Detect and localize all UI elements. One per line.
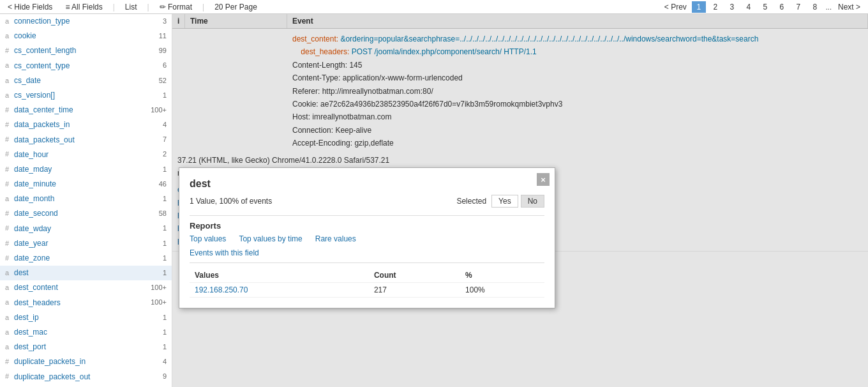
field-type-icon: # <box>5 208 11 220</box>
sidebar-item-cs_content_type[interactable]: a cs_content_type 6 <box>0 59 172 73</box>
field-type-icon: a <box>5 60 11 72</box>
sidebar-item-dest_ip[interactable]: a dest_ip 1 <box>0 310 172 325</box>
field-name: date_second <box>14 208 156 220</box>
sidebar-item-dest_port[interactable]: a dest_port 1 <box>0 340 172 354</box>
sidebar-item-dest_mac[interactable]: a dest_mac 1 <box>0 325 172 340</box>
page-1-button[interactable]: 1 <box>692 1 706 13</box>
modal-no-button[interactable]: No <box>521 195 544 208</box>
main-content: i Time Event dest_content: &ordering=pop… <box>172 14 868 387</box>
field-count: 4 <box>163 356 167 368</box>
sidebar-item-date_year[interactable]: # date_year 1 <box>0 236 172 251</box>
field-type-icon: # <box>5 238 11 250</box>
sidebar-item-dest[interactable]: a dest 1 <box>0 266 172 280</box>
page-3-button[interactable]: 3 <box>725 1 739 13</box>
field-count: 4 <box>163 119 167 131</box>
sidebar-item-duplicate_packets_in[interactable]: # duplicate_packets_in 4 <box>0 354 172 369</box>
toolbar-separator-3: | <box>202 3 204 11</box>
sidebar-item-duplicate_packets_out[interactable]: # duplicate_packets_out 9 <box>0 370 172 384</box>
sidebar-item-cookie[interactable]: a cookie 11 <box>0 29 172 43</box>
sidebar-item-cs_version[interactable]: a cs_version[] 1 <box>0 88 172 103</box>
field-name: cs_version[] <box>14 89 160 102</box>
field-count: 100+ <box>151 297 167 308</box>
field-name: connection_type <box>14 15 160 27</box>
field-name: duplicate_packets_out <box>14 371 160 383</box>
field-name: duplicate_packets_in <box>14 356 160 368</box>
field-count: 1 <box>163 164 167 176</box>
field-type-icon: # <box>5 371 11 383</box>
col-header-percent: % <box>460 268 544 283</box>
sidebar-item-date_zone[interactable]: # date_zone 1 <box>0 251 172 266</box>
prev-button[interactable]: < Prev <box>662 3 689 11</box>
sidebar-item-dest_headers[interactable]: a dest_headers 100+ <box>0 296 172 310</box>
toolbar-separator-2: | <box>147 3 149 11</box>
sidebar-item-connection_type[interactable]: a connection_type 3 <box>0 14 172 29</box>
field-name: cs_date <box>14 75 156 87</box>
modal-yes-button[interactable]: Yes <box>491 195 518 208</box>
field-name: dest_mac <box>14 326 160 338</box>
sidebar-item-date_month[interactable]: a date_month 1 <box>0 192 172 206</box>
page-4-button[interactable]: 4 <box>742 1 756 13</box>
per-page-button[interactable]: 20 Per Page <box>212 3 260 11</box>
field-count: 7 <box>163 134 167 146</box>
sidebar-item-data_packets_out[interactable]: # data_packets_out 7 <box>0 133 172 148</box>
field-type-icon: # <box>5 119 11 131</box>
format-button[interactable]: ✏ Format <box>157 3 195 11</box>
field-count: 1 <box>163 194 167 205</box>
col-header-count: Count <box>369 268 460 283</box>
sidebar-item-date_second[interactable]: # date_second 58 <box>0 206 172 221</box>
field-type-icon: a <box>5 31 11 42</box>
field-count: 100+ <box>151 282 167 294</box>
field-type-icon: a <box>5 282 11 294</box>
field-name: date_zone <box>14 252 160 264</box>
report-top-values[interactable]: Top values <box>190 234 226 243</box>
sidebar-item-data_center_time[interactable]: # data_center_time 100+ <box>0 103 172 118</box>
modal-summary: 1 Value, 100% of events Selected Yes No <box>190 195 544 208</box>
page-8-button[interactable]: 8 <box>808 1 822 13</box>
modal-reports: Top values Top values by time Rare value… <box>190 234 544 243</box>
field-name: data_center_time <box>14 104 148 116</box>
table-row: 192.168.250.70 217 100% <box>190 283 544 298</box>
next-button[interactable]: Next > <box>835 3 863 11</box>
sidebar-item-date_wday[interactable]: # date_wday 1 <box>0 222 172 236</box>
field-type-icon: a <box>5 16 11 27</box>
sidebar-item-cs_content_length[interactable]: # cs_content_length 99 <box>0 43 172 58</box>
all-fields-button[interactable]: ≡ All Fields <box>63 3 105 11</box>
modal-selected-controls: Selected Yes No <box>456 195 544 208</box>
sidebar-item-data_packets_in[interactable]: # data_packets_in 4 <box>0 118 172 132</box>
field-name: dest_port <box>14 341 160 353</box>
sidebar: a connection_type 3 a cookie 11 # cs_con… <box>0 14 172 387</box>
sidebar-item-dest_content[interactable]: a dest_content 100+ <box>0 280 172 295</box>
sidebar-item-date_minute[interactable]: # date_minute 46 <box>0 177 172 192</box>
field-name: dest_ip <box>14 312 160 324</box>
list-button[interactable]: List <box>123 3 140 11</box>
table-cell-percent: 100% <box>460 283 544 298</box>
report-top-values-by-time[interactable]: Top values by time <box>239 234 302 243</box>
field-count: 1 <box>163 268 167 279</box>
field-count: 1 <box>163 312 167 324</box>
field-type-icon: a <box>5 194 11 205</box>
page-dots: ... <box>825 3 833 11</box>
page-2-button[interactable]: 2 <box>708 1 722 13</box>
modal-close-button[interactable]: × <box>537 173 550 186</box>
page-6-button[interactable]: 6 <box>775 1 789 13</box>
field-name: dest <box>14 267 160 279</box>
hide-fields-button[interactable]: < Hide Fields <box>5 3 55 11</box>
sidebar-item-date_hour[interactable]: # date_hour 2 <box>0 148 172 162</box>
main-layout: a connection_type 3 a cookie 11 # cs_con… <box>0 14 868 387</box>
sidebar-item-cs_date[interactable]: a cs_date 52 <box>0 73 172 88</box>
field-type-icon: # <box>5 149 11 160</box>
report-events-with-field[interactable]: Events with this field <box>190 248 259 257</box>
sidebar-item-date_mday[interactable]: # date_mday 1 <box>0 162 172 177</box>
field-name: data_packets_in <box>14 119 160 131</box>
sidebar-item-duration[interactable]: # duration 100+ <box>0 384 172 387</box>
field-name: date_wday <box>14 223 160 235</box>
field-type-icon: a <box>5 327 11 338</box>
col-header-values: Values <box>190 268 369 283</box>
field-count: 46 <box>159 179 167 190</box>
toolbar-right: < Prev 1 2 3 4 5 6 7 8 ... Next > <box>662 1 863 13</box>
field-type-icon: # <box>5 223 11 234</box>
field-name: date_mday <box>14 163 160 176</box>
report-rare-values[interactable]: Rare values <box>315 234 356 243</box>
page-5-button[interactable]: 5 <box>758 1 772 13</box>
page-7-button[interactable]: 7 <box>791 1 805 13</box>
